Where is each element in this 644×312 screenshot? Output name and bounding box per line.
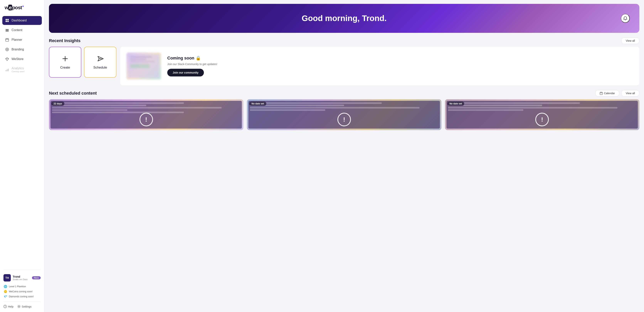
settings-icon <box>17 305 20 308</box>
scheduled-title: Next scheduled content <box>49 91 97 96</box>
diamond-icon <box>5 57 9 61</box>
scheduled-section: Next scheduled content Calendar View all <box>49 90 640 130</box>
sidebar-item-label: Analytics <box>12 67 25 70</box>
sidebar-item-label: Planner <box>12 38 22 42</box>
send-icon <box>96 55 104 63</box>
sidebar-item-westore[interactable]: WeStore <box>2 55 42 64</box>
sidebar-divider-1 <box>4 270 41 270</box>
svg-point-13 <box>7 49 8 50</box>
target-icon <box>5 47 9 52</box>
hero-badge: Hero <box>32 276 41 279</box>
grid-icon <box>5 18 9 23</box>
sidebar-item-label: Dashboard <box>12 19 26 22</box>
action-cards-row: Create Schedule <box>49 47 116 78</box>
scheduled-actions: Calendar View all <box>595 90 640 97</box>
schedule-card[interactable]: Schedule <box>84 47 116 78</box>
coming-soon-desc: Join our Slack-Community to get updates! <box>167 63 217 66</box>
scheduled-card-1[interactable]: ! 22 days <box>49 99 244 130</box>
card-image-3: ! No date set <box>445 99 640 130</box>
sidebar-item-branding[interactable]: Branding <box>2 45 42 54</box>
sidebar-item-planner[interactable]: Planner <box>2 35 42 44</box>
svg-rect-16 <box>6 70 6 71</box>
insights-create-grid: Create Schedule <box>49 47 640 85</box>
calendar-icon <box>5 38 9 42</box>
insights-section: Recent Insights View all Create <box>49 38 640 85</box>
svg-rect-2 <box>6 21 7 22</box>
achievement-level: 🌐 Level 1 Plankton <box>4 285 41 288</box>
sidebar-item-label: Branding <box>12 48 24 51</box>
alert-icon-3: ! <box>535 113 549 126</box>
scheduled-card-3[interactable]: ! No date set <box>445 99 640 130</box>
achievement-label: Diamonds coming soon! <box>9 295 34 298</box>
bell-icon <box>623 16 628 21</box>
scheduled-header: Next scheduled content Calendar View all <box>49 90 640 97</box>
svg-rect-3 <box>7 21 9 22</box>
svg-rect-5 <box>6 30 9 31</box>
insights-blurred-preview <box>126 53 161 80</box>
svg-rect-17 <box>7 69 8 71</box>
user-subtitle: Snakk om Dass <box>13 278 30 280</box>
insights-title: Recent Insights <box>49 38 80 43</box>
analytics-coming-soon: Coming soon! <box>12 70 25 73</box>
schedule-label: Schedule <box>94 66 107 70</box>
diamonds-icon: 💎 <box>4 295 7 298</box>
svg-rect-4 <box>6 29 9 30</box>
avatar: TH <box>4 274 11 281</box>
achievements-list: 🌐 Level 1 Plankton 🪙 WeCoins coming soon… <box>0 283 44 300</box>
achievement-label: WeCoins coming soon! <box>9 290 32 293</box>
sidebar-item-analytics: Analytics Coming soon! <box>2 64 42 75</box>
notification-bell-button[interactable] <box>621 14 630 23</box>
layers-icon <box>5 28 9 32</box>
calendar-button[interactable]: Calendar <box>595 90 619 97</box>
alert-icon-2: ! <box>338 113 351 126</box>
card-image-2: ! No date set <box>247 99 441 130</box>
sidebar-bottom: ? Help Settings <box>0 303 44 309</box>
sidebar-item-dashboard[interactable]: Dashboard <box>2 16 42 25</box>
insights-header: Recent Insights View all <box>49 38 640 44</box>
svg-rect-26 <box>600 92 602 95</box>
card-image-1: ! 22 days <box>49 99 244 130</box>
help-circle-icon: ? <box>4 305 7 308</box>
help-button[interactable]: ? Help <box>4 305 14 308</box>
sidebar-item-label: WeStore <box>12 57 24 61</box>
logo-dot <box>22 6 24 7</box>
svg-rect-18 <box>8 69 9 71</box>
create-label: Create <box>60 66 70 70</box>
achievement-wecoins: 🪙 WeCoins coming soon! <box>4 290 41 293</box>
alert-icon-1: ! <box>140 113 153 126</box>
scheduled-card-2[interactable]: ! No date set <box>247 99 441 130</box>
user-profile: TH Trond Snakk om Dass Hero <box>0 272 44 283</box>
date-badge-2: No date set <box>249 102 266 106</box>
sidebar: wepost Dashboard <box>0 0 44 312</box>
svg-rect-1 <box>7 19 9 20</box>
svg-rect-0 <box>6 19 7 20</box>
create-card[interactable]: Create <box>49 47 81 78</box>
insights-view-all-button[interactable]: View all <box>621 38 640 44</box>
wecoins-icon: 🪙 <box>4 290 7 293</box>
bar-chart-icon <box>5 68 9 72</box>
sidebar-divider-2 <box>4 301 41 302</box>
insights-coming-soon-card: Coming soon 🔒 Join our Slack-Community t… <box>120 47 640 85</box>
scheduled-view-all-button[interactable]: View all <box>621 90 640 97</box>
user-info: Trond Snakk om Dass <box>13 275 30 280</box>
plus-icon <box>61 55 69 63</box>
coming-soon-content: Coming soon 🔒 Join our Slack-Community t… <box>167 56 633 76</box>
calendar-small-icon <box>600 92 603 95</box>
join-community-button[interactable]: Join our community <box>167 69 204 76</box>
sidebar-item-content[interactable]: Content <box>2 26 42 35</box>
date-badge-1: 22 days <box>51 102 64 106</box>
svg-marker-14 <box>6 58 9 61</box>
app-logo: wepost <box>4 5 22 11</box>
achievement-diamonds: 💎 Diamonds coming soon! <box>4 295 41 298</box>
main-content: Good morning, Trond. Recent Insights Vie… <box>44 0 644 312</box>
settings-button[interactable]: Settings <box>17 305 32 308</box>
svg-point-21 <box>18 306 20 307</box>
coming-soon-title: Coming soon 🔒 <box>167 56 201 61</box>
hero-greeting: Good morning, Trond. <box>249 14 439 23</box>
date-badge-3: No date set <box>447 102 464 106</box>
create-schedule-column: Create Schedule <box>49 47 116 85</box>
sidebar-nav: Dashboard Content <box>0 16 44 267</box>
hero-banner: Good morning, Trond. <box>49 4 640 33</box>
logo-area: wepost <box>0 5 44 16</box>
svg-rect-7 <box>6 39 9 41</box>
